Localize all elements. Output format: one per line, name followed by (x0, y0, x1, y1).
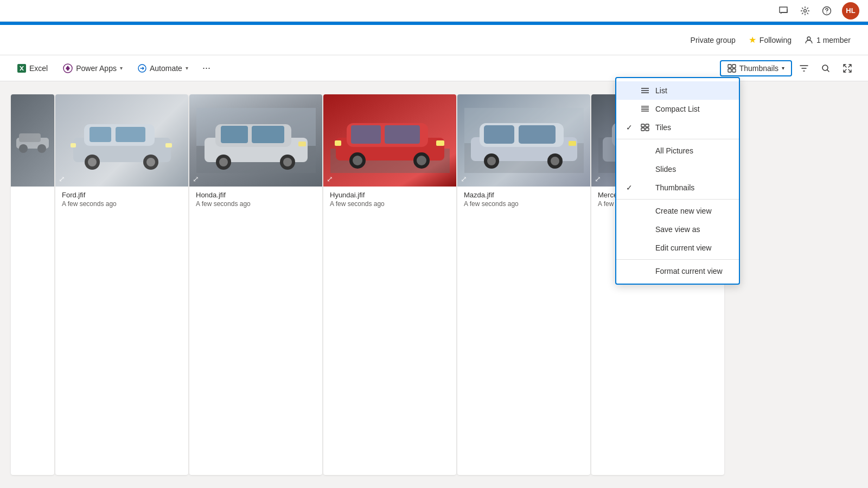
svg-rect-36 (298, 142, 306, 146)
svg-rect-10 (732, 69, 736, 72)
ford-time: A few seconds ago (62, 200, 182, 208)
svg-rect-31 (252, 126, 284, 143)
user-avatar[interactable]: HL (842, 2, 859, 20)
compact-list-icon (640, 105, 650, 113)
dropdown-item-compact-list[interactable]: ✓ Compact List (616, 100, 739, 118)
automate-button[interactable]: Automate ▾ (131, 61, 195, 76)
dropdown-thumbnails-label: Thumbnails (655, 183, 694, 192)
card-hyundai[interactable]: ⤢ Hyundai.jfif A few seconds ago (323, 94, 456, 475)
excel-button[interactable]: Excel (11, 61, 54, 76)
members-info: 1 member (805, 36, 851, 44)
svg-rect-15 (19, 133, 41, 142)
members-count: 1 member (816, 36, 851, 44)
dropdown-item-create-new-view[interactable]: ✓ Create new view (616, 202, 739, 220)
view-label: Thumbnails (739, 64, 778, 73)
thumbnails-view-icon (727, 64, 736, 73)
dropdown-item-edit-current-view[interactable]: ✓ Edit current view (616, 239, 739, 257)
card-partial-image (11, 94, 54, 187)
mazda-expand-icon: ⤢ (461, 175, 467, 183)
powerapps-label: Power Apps (76, 64, 117, 73)
honda-name: Honda.jfif (196, 191, 316, 199)
card-mazda[interactable]: ⤢ Mazda.jfif A few seconds ago (457, 94, 590, 475)
view-dropdown-button[interactable]: Thumbnails ▾ (720, 60, 792, 76)
honda-image: ⤢ (189, 94, 322, 187)
svg-rect-76 (641, 124, 644, 127)
search-button[interactable] (816, 59, 835, 78)
dropdown-item-all-pictures[interactable]: ✓ All Pictures (616, 142, 739, 160)
svg-rect-30 (221, 126, 248, 143)
hyundai-expand-icon: ⤢ (327, 175, 333, 183)
svg-rect-77 (646, 124, 649, 127)
powerapps-caret: ▾ (120, 65, 123, 71)
separator-3 (616, 259, 739, 260)
tiles-icon (640, 124, 650, 131)
svg-point-13 (19, 144, 28, 153)
chat-icon[interactable] (777, 4, 790, 17)
svg-rect-25 (71, 143, 76, 147)
card-ford[interactable]: ⤢ Ford.jfif A few seconds ago (55, 94, 188, 475)
svg-rect-24 (165, 143, 172, 147)
svg-rect-8 (732, 65, 736, 68)
automate-icon (138, 64, 146, 73)
dropdown-slides-label: Slides (655, 165, 676, 174)
dropdown-all-pictures-label: All Pictures (655, 146, 693, 155)
dropdown-compact-list-label: Compact List (655, 105, 700, 113)
mazda-image: ⤢ (457, 94, 590, 187)
toolbar-right: Thumbnails ▾ (720, 59, 857, 78)
dropdown-item-tiles[interactable]: ✓ Tiles (616, 118, 739, 137)
dropdown-list-label: List (655, 86, 667, 95)
svg-point-23 (146, 158, 155, 166)
dropdown-item-thumbnails[interactable]: ✓ Thumbnails (616, 178, 739, 197)
svg-rect-19 (116, 127, 145, 142)
list-icon (640, 87, 650, 94)
svg-rect-40 (351, 125, 381, 144)
help-icon[interactable] (820, 4, 833, 17)
following-button[interactable]: ★ Following (749, 35, 792, 45)
svg-point-14 (37, 144, 46, 153)
hyundai-footer: Hyundai.jfif A few seconds ago (323, 187, 456, 213)
dropdown-item-list[interactable]: ✓ List (616, 81, 739, 100)
ford-name: Ford.jfif (62, 191, 182, 199)
thumbnails-check: ✓ (626, 183, 635, 192)
honda-time: A few seconds ago (196, 200, 316, 208)
svg-point-2 (826, 12, 827, 13)
svg-point-21 (88, 158, 97, 166)
view-caret: ▾ (782, 65, 784, 71)
automate-label: Automate (150, 64, 182, 73)
mercedes-expand-icon: ⤢ (595, 175, 601, 183)
powerapps-button[interactable]: Power Apps ▾ (56, 60, 129, 76)
mazda-time: A few seconds ago (464, 200, 584, 208)
following-label: Following (760, 36, 792, 44)
card-partial-left[interactable] (11, 94, 54, 475)
svg-point-57 (551, 157, 559, 165)
powerapps-icon (63, 63, 73, 73)
ford-footer: Ford.jfif A few seconds ago (55, 187, 188, 213)
svg-rect-47 (335, 140, 341, 146)
svg-rect-79 (646, 128, 649, 131)
dropdown-create-new-view-label: Create new view (655, 207, 712, 215)
svg-rect-41 (385, 125, 420, 144)
dropdown-item-slides[interactable]: ✓ Slides (616, 160, 739, 178)
svg-point-3 (807, 37, 810, 40)
honda-expand-icon: ⤢ (193, 175, 199, 183)
dropdown-item-save-view-as[interactable]: ✓ Save view as (616, 220, 739, 239)
dropdown-tiles-label: Tiles (655, 123, 671, 132)
hyundai-name: Hyundai.jfif (330, 191, 450, 199)
dropdown-item-format-current-view[interactable]: ✓ Format current view (616, 262, 739, 280)
svg-point-43 (353, 156, 362, 165)
expand-button[interactable] (838, 59, 857, 78)
star-icon: ★ (749, 35, 756, 45)
person-icon (805, 36, 813, 44)
excel-label: Excel (29, 64, 48, 73)
svg-rect-9 (728, 69, 731, 72)
automate-caret: ▾ (186, 65, 188, 71)
settings-icon[interactable] (799, 4, 812, 17)
svg-point-33 (219, 158, 228, 166)
hyundai-image: ⤢ (323, 94, 456, 187)
more-button[interactable]: ··· (197, 59, 216, 77)
card-honda[interactable]: ⤢ Honda.jfif A few seconds ago (189, 94, 322, 475)
filter-button[interactable] (794, 59, 814, 78)
group-bar: Private group ★ Following 1 member (0, 25, 868, 55)
svg-rect-7 (728, 65, 731, 68)
separator-1 (616, 139, 739, 139)
